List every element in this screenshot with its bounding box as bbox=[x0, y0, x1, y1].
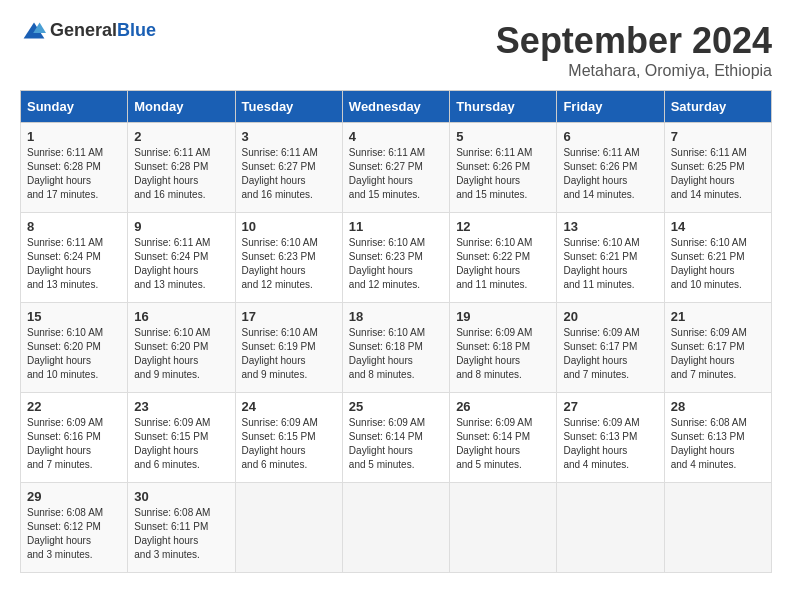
calendar-cell bbox=[664, 483, 771, 573]
day-number: 12 bbox=[456, 219, 550, 234]
day-number: 16 bbox=[134, 309, 228, 324]
day-number: 17 bbox=[242, 309, 336, 324]
logo-icon bbox=[22, 21, 46, 41]
day-number: 23 bbox=[134, 399, 228, 414]
page-header: GeneralBlue September 2024 Metahara, Oro… bbox=[20, 20, 772, 80]
day-info: Sunrise: 6:08 AM Sunset: 6:12 PM Dayligh… bbox=[27, 506, 121, 562]
header-monday: Monday bbox=[128, 91, 235, 123]
calendar-cell: 2 Sunrise: 6:11 AM Sunset: 6:28 PM Dayli… bbox=[128, 123, 235, 213]
day-info: Sunrise: 6:11 AM Sunset: 6:24 PM Dayligh… bbox=[27, 236, 121, 292]
calendar-cell: 8 Sunrise: 6:11 AM Sunset: 6:24 PM Dayli… bbox=[21, 213, 128, 303]
calendar-cell: 7 Sunrise: 6:11 AM Sunset: 6:25 PM Dayli… bbox=[664, 123, 771, 213]
calendar-cell: 5 Sunrise: 6:11 AM Sunset: 6:26 PM Dayli… bbox=[450, 123, 557, 213]
month-title: September 2024 bbox=[496, 20, 772, 62]
day-info: Sunrise: 6:10 AM Sunset: 6:18 PM Dayligh… bbox=[349, 326, 443, 382]
day-number: 24 bbox=[242, 399, 336, 414]
calendar-cell: 26 Sunrise: 6:09 AM Sunset: 6:14 PM Dayl… bbox=[450, 393, 557, 483]
day-number: 13 bbox=[563, 219, 657, 234]
day-number: 3 bbox=[242, 129, 336, 144]
calendar-cell: 10 Sunrise: 6:10 AM Sunset: 6:23 PM Dayl… bbox=[235, 213, 342, 303]
day-number: 11 bbox=[349, 219, 443, 234]
day-number: 1 bbox=[27, 129, 121, 144]
day-info: Sunrise: 6:09 AM Sunset: 6:13 PM Dayligh… bbox=[563, 416, 657, 472]
calendar-cell: 15 Sunrise: 6:10 AM Sunset: 6:20 PM Dayl… bbox=[21, 303, 128, 393]
location-title: Metahara, Oromiya, Ethiopia bbox=[496, 62, 772, 80]
calendar-cell bbox=[342, 483, 449, 573]
header-friday: Friday bbox=[557, 91, 664, 123]
calendar-cell: 4 Sunrise: 6:11 AM Sunset: 6:27 PM Dayli… bbox=[342, 123, 449, 213]
day-number: 29 bbox=[27, 489, 121, 504]
day-info: Sunrise: 6:11 AM Sunset: 6:26 PM Dayligh… bbox=[563, 146, 657, 202]
calendar-cell: 11 Sunrise: 6:10 AM Sunset: 6:23 PM Dayl… bbox=[342, 213, 449, 303]
calendar-cell: 27 Sunrise: 6:09 AM Sunset: 6:13 PM Dayl… bbox=[557, 393, 664, 483]
day-info: Sunrise: 6:10 AM Sunset: 6:23 PM Dayligh… bbox=[349, 236, 443, 292]
day-number: 7 bbox=[671, 129, 765, 144]
calendar-cell: 19 Sunrise: 6:09 AM Sunset: 6:18 PM Dayl… bbox=[450, 303, 557, 393]
day-number: 14 bbox=[671, 219, 765, 234]
day-info: Sunrise: 6:11 AM Sunset: 6:26 PM Dayligh… bbox=[456, 146, 550, 202]
calendar-week-1: 1 Sunrise: 6:11 AM Sunset: 6:28 PM Dayli… bbox=[21, 123, 772, 213]
calendar-cell: 3 Sunrise: 6:11 AM Sunset: 6:27 PM Dayli… bbox=[235, 123, 342, 213]
header-wednesday: Wednesday bbox=[342, 91, 449, 123]
day-number: 28 bbox=[671, 399, 765, 414]
day-number: 4 bbox=[349, 129, 443, 144]
logo-general: General bbox=[50, 20, 117, 40]
calendar-cell: 28 Sunrise: 6:08 AM Sunset: 6:13 PM Dayl… bbox=[664, 393, 771, 483]
day-number: 25 bbox=[349, 399, 443, 414]
day-info: Sunrise: 6:11 AM Sunset: 6:28 PM Dayligh… bbox=[27, 146, 121, 202]
calendar-week-2: 8 Sunrise: 6:11 AM Sunset: 6:24 PM Dayli… bbox=[21, 213, 772, 303]
day-info: Sunrise: 6:09 AM Sunset: 6:14 PM Dayligh… bbox=[349, 416, 443, 472]
day-info: Sunrise: 6:10 AM Sunset: 6:19 PM Dayligh… bbox=[242, 326, 336, 382]
day-info: Sunrise: 6:10 AM Sunset: 6:20 PM Dayligh… bbox=[27, 326, 121, 382]
calendar-cell: 24 Sunrise: 6:09 AM Sunset: 6:15 PM Dayl… bbox=[235, 393, 342, 483]
title-section: September 2024 Metahara, Oromiya, Ethiop… bbox=[496, 20, 772, 80]
calendar-week-3: 15 Sunrise: 6:10 AM Sunset: 6:20 PM Dayl… bbox=[21, 303, 772, 393]
day-info: Sunrise: 6:11 AM Sunset: 6:24 PM Dayligh… bbox=[134, 236, 228, 292]
day-info: Sunrise: 6:11 AM Sunset: 6:25 PM Dayligh… bbox=[671, 146, 765, 202]
calendar-cell: 30 Sunrise: 6:08 AM Sunset: 6:11 PM Dayl… bbox=[128, 483, 235, 573]
calendar-table: Sunday Monday Tuesday Wednesday Thursday… bbox=[20, 90, 772, 573]
calendar-cell: 29 Sunrise: 6:08 AM Sunset: 6:12 PM Dayl… bbox=[21, 483, 128, 573]
day-number: 9 bbox=[134, 219, 228, 234]
calendar-cell: 6 Sunrise: 6:11 AM Sunset: 6:26 PM Dayli… bbox=[557, 123, 664, 213]
header-sunday: Sunday bbox=[21, 91, 128, 123]
calendar-cell: 14 Sunrise: 6:10 AM Sunset: 6:21 PM Dayl… bbox=[664, 213, 771, 303]
day-number: 19 bbox=[456, 309, 550, 324]
calendar-cell: 18 Sunrise: 6:10 AM Sunset: 6:18 PM Dayl… bbox=[342, 303, 449, 393]
day-info: Sunrise: 6:11 AM Sunset: 6:27 PM Dayligh… bbox=[349, 146, 443, 202]
day-number: 10 bbox=[242, 219, 336, 234]
calendar-cell: 21 Sunrise: 6:09 AM Sunset: 6:17 PM Dayl… bbox=[664, 303, 771, 393]
calendar-cell: 23 Sunrise: 6:09 AM Sunset: 6:15 PM Dayl… bbox=[128, 393, 235, 483]
calendar-cell bbox=[235, 483, 342, 573]
calendar-cell: 9 Sunrise: 6:11 AM Sunset: 6:24 PM Dayli… bbox=[128, 213, 235, 303]
calendar-cell bbox=[450, 483, 557, 573]
day-number: 8 bbox=[27, 219, 121, 234]
calendar-cell bbox=[557, 483, 664, 573]
day-info: Sunrise: 6:11 AM Sunset: 6:28 PM Dayligh… bbox=[134, 146, 228, 202]
header-tuesday: Tuesday bbox=[235, 91, 342, 123]
header-saturday: Saturday bbox=[664, 91, 771, 123]
day-info: Sunrise: 6:10 AM Sunset: 6:20 PM Dayligh… bbox=[134, 326, 228, 382]
day-number: 22 bbox=[27, 399, 121, 414]
day-number: 30 bbox=[134, 489, 228, 504]
day-info: Sunrise: 6:09 AM Sunset: 6:15 PM Dayligh… bbox=[134, 416, 228, 472]
day-info: Sunrise: 6:10 AM Sunset: 6:21 PM Dayligh… bbox=[671, 236, 765, 292]
day-info: Sunrise: 6:09 AM Sunset: 6:17 PM Dayligh… bbox=[671, 326, 765, 382]
calendar-cell: 1 Sunrise: 6:11 AM Sunset: 6:28 PM Dayli… bbox=[21, 123, 128, 213]
day-info: Sunrise: 6:11 AM Sunset: 6:27 PM Dayligh… bbox=[242, 146, 336, 202]
day-info: Sunrise: 6:10 AM Sunset: 6:22 PM Dayligh… bbox=[456, 236, 550, 292]
day-number: 5 bbox=[456, 129, 550, 144]
day-info: Sunrise: 6:10 AM Sunset: 6:21 PM Dayligh… bbox=[563, 236, 657, 292]
calendar-header-row: Sunday Monday Tuesday Wednesday Thursday… bbox=[21, 91, 772, 123]
calendar-cell: 20 Sunrise: 6:09 AM Sunset: 6:17 PM Dayl… bbox=[557, 303, 664, 393]
calendar-week-4: 22 Sunrise: 6:09 AM Sunset: 6:16 PM Dayl… bbox=[21, 393, 772, 483]
calendar-cell: 12 Sunrise: 6:10 AM Sunset: 6:22 PM Dayl… bbox=[450, 213, 557, 303]
calendar-cell: 13 Sunrise: 6:10 AM Sunset: 6:21 PM Dayl… bbox=[557, 213, 664, 303]
day-number: 15 bbox=[27, 309, 121, 324]
day-number: 27 bbox=[563, 399, 657, 414]
logo: GeneralBlue bbox=[20, 20, 156, 41]
day-number: 21 bbox=[671, 309, 765, 324]
calendar-cell: 25 Sunrise: 6:09 AM Sunset: 6:14 PM Dayl… bbox=[342, 393, 449, 483]
day-number: 26 bbox=[456, 399, 550, 414]
day-info: Sunrise: 6:10 AM Sunset: 6:23 PM Dayligh… bbox=[242, 236, 336, 292]
